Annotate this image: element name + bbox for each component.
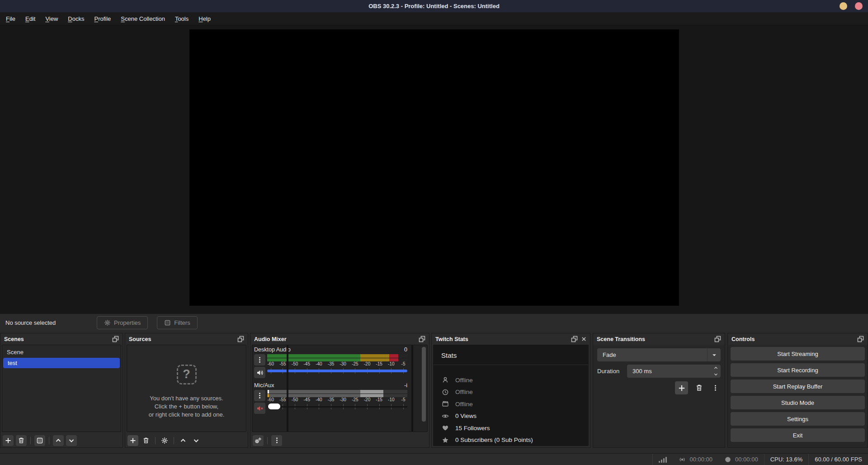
- remove-scene-button[interactable]: [16, 435, 27, 446]
- peak-indicator: [268, 390, 269, 394]
- popout-dock-icon[interactable]: [571, 336, 578, 342]
- menu-view[interactable]: View: [40, 12, 63, 25]
- menu-help[interactable]: Help: [193, 12, 216, 25]
- mixer-channel-mic-aux: Mic/Aux -i -60-55-50-45-40-35-30-25-20-1…: [252, 381, 427, 414]
- channel-menu-button[interactable]: [254, 390, 265, 401]
- twitch-stats-dock-header[interactable]: Twitch Stats: [432, 333, 590, 345]
- channel-level-db: 0: [404, 346, 407, 354]
- kebab-menu-icon: [712, 384, 719, 391]
- title-bar[interactable]: OBS 30.2.3 - Profile: Untitled - Scenes:…: [0, 0, 868, 12]
- mixer-channel-desktop-audio: Desktop Audio 0 -60-55-50-45-40-35-30-25…: [252, 345, 427, 378]
- mixer-menu-button[interactable]: [271, 435, 282, 446]
- duration-spinbox[interactable]: 300 ms: [627, 365, 721, 378]
- sources-dock-header[interactable]: Sources: [125, 333, 248, 345]
- audio-mixer-toolbar: [250, 433, 429, 447]
- scenes-list: Scene test: [2, 345, 121, 432]
- settings-button[interactable]: Settings: [731, 412, 865, 426]
- preview-canvas[interactable]: [189, 29, 679, 306]
- mixer-scrollbar[interactable]: [422, 347, 426, 422]
- studio-mode-button[interactable]: Studio Mode: [731, 396, 865, 409]
- duration-increment-button[interactable]: [711, 365, 721, 371]
- transition-select[interactable]: Fade: [597, 348, 721, 361]
- chevron-down-icon: [707, 348, 721, 361]
- stat-stream-status: Offline: [441, 374, 588, 386]
- scenes-dock-header[interactable]: Scenes: [0, 333, 123, 345]
- scene-filters-button[interactable]: [34, 435, 45, 446]
- start-streaming-button[interactable]: Start Streaming: [731, 347, 865, 361]
- controls-dock-title: Controls: [731, 336, 854, 342]
- scene-item-scene[interactable]: Scene: [2, 347, 121, 357]
- toolbar-separator: [49, 437, 49, 444]
- filters-button[interactable]: Filters: [157, 316, 197, 329]
- controls-dock-header[interactable]: Controls: [728, 333, 868, 345]
- channel-menu-button[interactable]: [254, 354, 265, 365]
- sources-empty-state: ? You don't have any sources. Click the …: [127, 345, 246, 432]
- sources-list[interactable]: ? You don't have any sources. Click the …: [127, 345, 246, 432]
- exit-button[interactable]: Exit: [731, 428, 865, 442]
- gear-icon: [104, 319, 111, 326]
- popout-dock-icon[interactable]: [237, 336, 244, 342]
- menu-profile[interactable]: Profile: [89, 12, 116, 25]
- scene-transitions-dock-header[interactable]: Scene Transitions: [593, 333, 725, 345]
- advanced-audio-properties-button[interactable]: [253, 435, 264, 446]
- menu-tools[interactable]: Tools: [170, 12, 193, 25]
- remove-source-button[interactable]: [141, 435, 151, 446]
- db-tick-label: -45: [303, 397, 310, 402]
- menu-docks[interactable]: Docks: [63, 12, 89, 25]
- channel-level-db: -i: [404, 382, 407, 390]
- chevron-down-icon: [713, 372, 718, 377]
- source-properties-button[interactable]: [159, 435, 170, 446]
- db-tick-label: -50: [292, 361, 298, 366]
- add-transition-button[interactable]: [675, 381, 688, 394]
- audio-mixer-dock-header[interactable]: Audio Mixer: [250, 333, 429, 345]
- kebab-menu-icon: [256, 356, 263, 363]
- mute-toggle-button[interactable]: [254, 367, 265, 378]
- start-recording-button[interactable]: Start Recording: [731, 363, 865, 377]
- controls-dock: Controls Start Streaming Start Recording…: [727, 333, 868, 448]
- move-source-up-button[interactable]: [178, 435, 189, 446]
- question-mark-icon: ?: [177, 365, 197, 384]
- toolbar-separator: [155, 437, 156, 444]
- popout-dock-icon[interactable]: [419, 336, 425, 342]
- transition-properties-button[interactable]: [710, 383, 721, 394]
- duration-decrement-button[interactable]: [711, 371, 721, 378]
- db-tick-label: -15: [376, 397, 382, 402]
- db-tick-label: -35: [328, 397, 334, 402]
- volume-slider-handle[interactable]: [268, 403, 280, 409]
- duration-label: Duration: [597, 368, 627, 375]
- popout-dock-icon[interactable]: [714, 336, 721, 342]
- move-scene-down-button[interactable]: [66, 435, 77, 446]
- db-tick-label: -40: [316, 361, 322, 366]
- db-tick-label: -10: [388, 397, 394, 402]
- scene-item-test[interactable]: test: [3, 358, 120, 368]
- window-title: OBS 30.2.3 - Profile: Untitled - Scenes:…: [368, 3, 500, 9]
- popout-dock-icon[interactable]: [112, 336, 119, 342]
- obs-window: OBS 30.2.3 - Profile: Untitled - Scenes:…: [0, 0, 868, 465]
- toolbar-separator: [30, 437, 31, 444]
- db-tick-label: -15: [376, 361, 382, 366]
- menu-edit[interactable]: Edit: [20, 12, 40, 25]
- toolbar-separator: [267, 437, 268, 444]
- cpu-usage: CPU: 13.6%: [764, 454, 809, 465]
- remove-transition-button[interactable]: [693, 383, 704, 394]
- db-tick-label: -20: [364, 397, 370, 402]
- no-source-selected-label: No source selected: [5, 319, 97, 326]
- add-scene-button[interactable]: [3, 435, 14, 446]
- close-window-button[interactable]: [855, 2, 863, 10]
- start-replay-buffer-button[interactable]: Start Replay Buffer: [731, 380, 865, 393]
- db-tick-label: -55: [279, 361, 286, 366]
- scenes-toolbar: [0, 433, 123, 447]
- menu-file[interactable]: File: [1, 12, 20, 25]
- popout-dock-icon[interactable]: [857, 336, 864, 342]
- stat-uptime: Offline: [441, 386, 588, 399]
- scenes-dock-title: Scenes: [4, 336, 108, 342]
- mute-toggle-button[interactable]: [254, 403, 265, 414]
- move-source-down-button[interactable]: [191, 435, 202, 446]
- properties-button[interactable]: Properties: [97, 316, 148, 329]
- move-scene-up-button[interactable]: [53, 435, 64, 446]
- close-dock-icon[interactable]: [581, 337, 586, 342]
- add-source-button[interactable]: [127, 435, 138, 446]
- db-tick-label: -55: [279, 397, 286, 402]
- menu-scene-collection[interactable]: Scene Collection: [116, 12, 170, 25]
- minimize-window-button[interactable]: [840, 2, 847, 10]
